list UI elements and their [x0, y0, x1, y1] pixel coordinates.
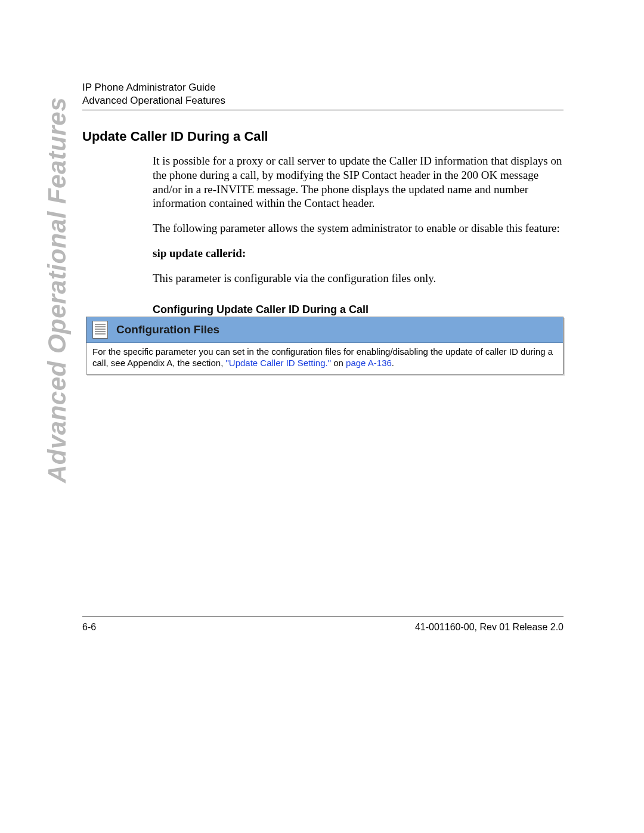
config-box-title: Configuration Files: [116, 323, 219, 336]
header-line-2: Advanced Operational Features: [82, 94, 564, 107]
paragraph: It is possible for a proxy or call serve…: [153, 154, 564, 210]
parameter-name: sip update callerid:: [153, 246, 564, 261]
footer: 6-6 41-001160-00, Rev 01 Release 2.0: [82, 622, 564, 633]
side-chapter-label: Advanced Operational Features: [43, 97, 72, 483]
cross-ref-link[interactable]: "Update Caller ID Setting.": [225, 358, 331, 368]
note-text: .: [392, 358, 394, 368]
document-page: IP Phone Administrator Guide Advanced Op…: [0, 0, 644, 833]
config-box-header: Configuration Files: [86, 317, 563, 343]
config-box-note: For the specific parameter you can set i…: [86, 343, 563, 374]
body-column: It is possible for a proxy or call serve…: [153, 154, 564, 317]
header-line-1: IP Phone Administrator Guide: [82, 81, 564, 94]
running-header: IP Phone Administrator Guide Advanced Op…: [82, 81, 564, 107]
config-files-box: Configuration Files For the specific par…: [86, 317, 564, 374]
section-title: Update Caller ID During a Call: [82, 129, 268, 144]
paragraph: The following parameter allows the syste…: [153, 221, 564, 236]
doc-id: 41-001160-00, Rev 01 Release 2.0: [415, 622, 564, 633]
header-rule: [82, 110, 564, 110]
document-icon: [92, 321, 108, 339]
page-number: 6-6: [82, 622, 96, 633]
footer-rule: [82, 617, 564, 617]
paragraph: This parameter is configurable via the c…: [153, 271, 564, 286]
page-ref-link[interactable]: page A-136: [346, 358, 392, 368]
note-text: on: [331, 358, 346, 368]
subheading: Configuring Update Caller ID During a Ca…: [153, 303, 564, 317]
